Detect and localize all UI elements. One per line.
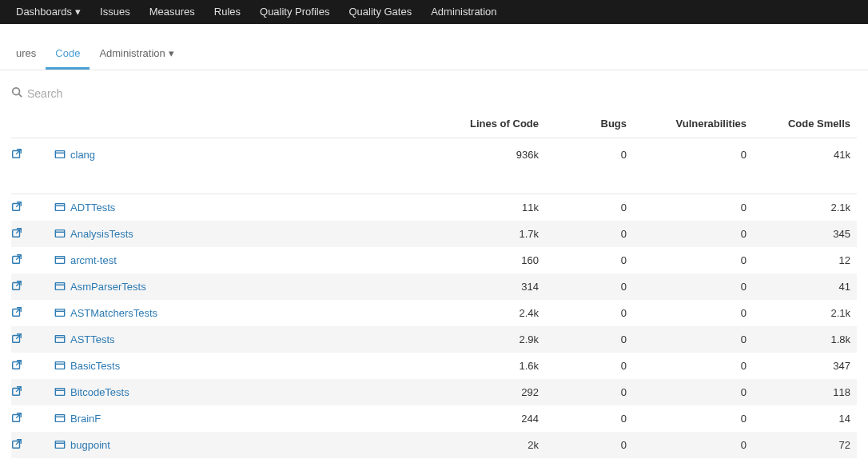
cell-smells: 2.1k [753,194,857,221]
nav-administration[interactable]: Administration [421,0,506,24]
subproject-icon [54,307,66,318]
item-name[interactable]: AnalysisTests [70,228,133,240]
nav-dashboards-label: Dashboards [16,0,72,24]
col-lines-of-code[interactable]: Lines of Code [441,110,545,138]
item-name[interactable]: bugpoint [70,439,110,451]
svg-rect-27 [55,388,64,395]
open-in-new-icon[interactable] [11,227,22,238]
cell-loc: 2.9k [441,326,545,353]
cell-bugs: 0 [545,221,633,247]
table-row: BasicTests1.6k00347 [11,353,857,379]
nav-quality-gates[interactable]: Quality Gates [339,0,421,24]
open-in-new-icon[interactable] [11,148,22,159]
nav-dashboards[interactable]: Dashboards▾ [6,0,90,24]
svg-rect-24 [55,361,64,369]
tab-code[interactable]: Code [46,41,90,70]
item-name[interactable]: ADTTests [70,202,115,214]
item-name[interactable]: BitcodeTests [70,386,129,398]
col-vulnerabilities[interactable]: Vulnerabilities [633,110,753,138]
table-row: AnalysisTests1.7k00345 [11,221,857,247]
nav-quality-profiles[interactable]: Quality Profiles [250,0,339,24]
subproject-icon [54,360,66,371]
table-row: BitcodeTests29200118 [11,379,857,405]
cell-smells: 2.1k [753,300,857,326]
item-name[interactable]: BrainF [70,413,101,425]
cell-loc: 936k [441,138,545,172]
svg-point-0 [13,88,20,95]
table-row: arcmt-test1600012 [11,247,857,273]
tab-administration[interactable]: Administration ▾ [90,41,183,70]
cell-smells: 118 [753,379,857,405]
cell-loc: 292 [441,379,545,405]
cell-smells: 345 [753,221,857,247]
open-in-new-icon[interactable] [11,253,22,265]
svg-line-1 [19,94,22,98]
cell-vuln: 0 [633,273,753,300]
cell-vuln: 0 [633,247,753,273]
cell-loc: 1.7k [441,221,545,247]
open-in-new-icon[interactable] [11,201,22,212]
cell-bugs: 0 [545,247,633,273]
col-bugs[interactable]: Bugs [545,110,633,138]
table-row-root: clang 936k 0 0 41k [11,138,857,172]
subproject-icon [54,254,66,265]
tab-administration-label: Administration [99,47,165,59]
cell-loc: 2.4k [441,300,545,326]
cell-vuln: 0 [633,194,753,221]
svg-rect-30 [55,414,64,421]
cell-vuln: 0 [633,353,753,379]
svg-rect-33 [55,441,64,448]
search-input[interactable] [27,87,267,100]
item-name[interactable]: BasicTests [70,360,120,372]
nav-rules[interactable]: Rules [205,0,250,24]
cell-loc: 244 [441,405,545,432]
cell-vuln: 0 [633,326,753,353]
open-in-new-icon[interactable] [11,280,22,291]
code-table: Lines of Code Bugs Vulnerabilities Code … [11,110,857,458]
item-name[interactable]: ASTTests [70,333,115,345]
svg-rect-12 [55,256,64,263]
cell-smells: 41 [753,273,857,300]
open-in-new-icon[interactable] [11,385,22,397]
cell-bugs: 0 [545,405,633,432]
subproject-icon [54,202,66,213]
spacer-row [11,171,857,194]
subproject-icon [54,413,66,424]
cell-smells: 347 [753,353,857,379]
nav-issues[interactable]: Issues [90,0,140,24]
open-in-new-icon[interactable] [11,333,22,344]
open-in-new-icon[interactable] [11,412,22,423]
cell-vuln: 0 [633,379,753,405]
subproject-icon [54,333,66,345]
table-row: ASTMatchersTests2.4k002.1k [11,300,857,326]
cell-smells: 41k [753,138,857,172]
cell-smells: 72 [753,432,857,458]
nav-measures[interactable]: Measures [140,0,205,24]
caret-down-icon: ▾ [169,47,174,59]
open-in-new-icon[interactable] [11,438,22,449]
svg-rect-3 [55,151,64,158]
cell-vuln: 0 [633,432,753,458]
cell-bugs: 0 [545,379,633,405]
subproject-icon [54,386,66,397]
item-name[interactable]: clang [70,149,95,161]
item-name[interactable]: arcmt-test [70,254,117,266]
cell-loc: 314 [441,273,545,300]
cell-smells: 12 [753,247,857,273]
project-icon [54,149,66,160]
cell-loc: 11k [441,194,545,221]
open-in-new-icon[interactable] [11,359,22,370]
open-in-new-icon[interactable] [11,306,22,317]
item-name[interactable]: AsmParserTests [70,281,146,293]
caret-down-icon: ▾ [75,0,81,24]
table-row: bugpoint2k0072 [11,432,857,458]
cell-vuln: 0 [633,300,753,326]
project-tabs: ures Code Administration ▾ [0,24,868,70]
cell-loc: 1.6k [441,353,545,379]
cell-smells: 1.8k [753,326,857,353]
item-name[interactable]: ASTMatchersTests [70,307,157,319]
col-code-smells[interactable]: Code Smells [753,110,857,138]
cell-vuln: 0 [633,221,753,247]
svg-rect-18 [55,309,64,316]
tab-measures-partial[interactable]: ures [6,41,46,70]
